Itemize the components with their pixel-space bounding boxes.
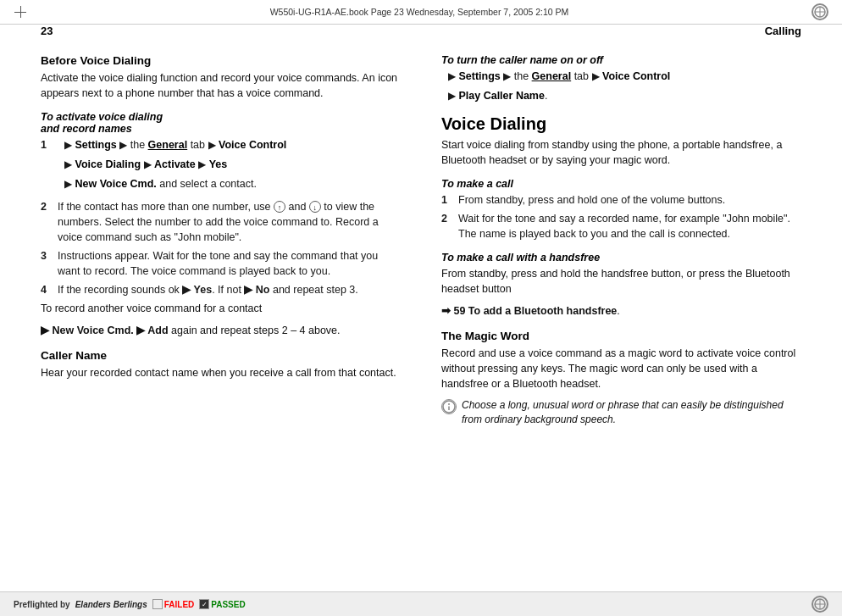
handsfree-body: From standby, press and hold the handsfr… (441, 266, 801, 297)
magic-word-title: The Magic Word (441, 330, 801, 342)
step-1-content: ▶ Settings ▶ the General tab ▶ Voice Con… (58, 137, 401, 195)
svg-point-4 (448, 403, 450, 405)
company-logo: Elanders Berlings (75, 600, 147, 609)
caller-name-body: Hear your recorded contact name when you… (41, 365, 401, 380)
before-voice-dialing-title: Before Voice Dialing (41, 54, 401, 67)
turn-caller-nav1: ▶ Settings ▶ the General tab ▶ Voice Con… (441, 69, 801, 85)
tip-row: Choose a long, unusual word or phrase th… (441, 398, 801, 434)
header-row: 23 Calling (0, 25, 842, 41)
activate-voice-dialing-heading: To activate voice dialing and record nam… (41, 111, 401, 135)
before-voice-dialing-section: Before Voice Dialing Activate the voice … (41, 54, 401, 101)
passed-checkbox: ✓ (199, 599, 209, 609)
corner-decoration-bottom-right (812, 596, 828, 613)
step-2-num: 2 (41, 199, 53, 245)
make-call-step-2-num: 2 (441, 211, 453, 241)
before-voice-dialing-body: Activate the voice dialing function and … (41, 70, 401, 101)
right-column: To turn the caller name on or off ▶ Sett… (421, 54, 842, 585)
voice-dialing-body: Start voice dialing from standby using t… (441, 137, 801, 168)
activate-voice-dialing-section: To activate voice dialing and record nam… (41, 111, 401, 338)
tip-text: Choose a long, unusual word or phrase th… (462, 398, 801, 427)
handsfree-section: To make a call with a handsfree From sta… (441, 252, 801, 319)
failed-badge: FAILED (152, 599, 195, 609)
preflighted-label: Preflighted by (14, 600, 70, 609)
step-4-num: 4 (41, 282, 53, 297)
turn-caller-name-section: To turn the caller name on or off ▶ Sett… (441, 54, 801, 104)
make-call-heading: To make a call (441, 178, 801, 190)
step-4: 4 If the recording sounds ok ▶ Yes. If n… (41, 282, 401, 297)
book-info: W550i-UG-R1A-AE.book Page 23 Wednesday, … (270, 7, 569, 17)
nav-down-icon: ↓ (309, 201, 321, 213)
corner-decoration-right (812, 3, 828, 20)
make-call-section: To make a call 1 From standby, press and… (441, 178, 801, 241)
page-container: W550i-UG-R1A-AE.book Page 23 Wednesday, … (0, 0, 842, 616)
step-1-num: 1 (41, 137, 53, 195)
voice-dialing-title: Voice Dialing (441, 114, 801, 134)
tip-icon (441, 399, 457, 414)
magic-word-section: The Magic Word Record and use a voice co… (441, 330, 801, 434)
bottom-bar-right (812, 596, 828, 613)
left-column: Before Voice Dialing Activate the voice … (0, 54, 421, 585)
top-bar-left (14, 5, 27, 19)
step-1-nav1: ▶ Settings ▶ the General tab ▶ Voice Con… (58, 137, 401, 153)
main-content: Before Voice Dialing Activate the voice … (0, 41, 842, 591)
make-call-step-2-text: Wait for the tone and say a recorded nam… (458, 211, 801, 241)
section-heading: Calling (765, 25, 842, 41)
step-3-content: Instructions appear. Wait for the tone a… (58, 248, 401, 279)
bottom-bar: Preflighted by Elanders Berlings FAILED … (0, 591, 842, 616)
step-3-num: 3 (41, 248, 53, 279)
step-2-content: If the contact has more than one number,… (58, 199, 401, 245)
crosshair-icon-left (14, 5, 27, 19)
make-call-step-1-num: 1 (441, 192, 453, 208)
voice-dialing-section: Voice Dialing Start voice dialing from s… (441, 114, 801, 168)
make-call-step-1: 1 From standby, press and hold one of th… (441, 192, 801, 208)
step-1: 1 ▶ Settings ▶ the General tab ▶ Voice C… (41, 137, 401, 195)
step-3: 3 Instructions appear. Wait for the tone… (41, 248, 401, 279)
nav-up-icon: ↑ (274, 201, 285, 213)
step-4-content: If the recording sounds ok ▶ Yes. If not… (58, 282, 401, 297)
make-call-step-1-text: From standby, press and hold one of the … (458, 192, 801, 208)
to-record-another-nav: ▶ New Voice Cmd. ▶ Add again and repeat … (41, 323, 401, 338)
top-bar: W550i-UG-R1A-AE.book Page 23 Wednesday, … (0, 0, 842, 25)
to-record-another-text: To record another voice command for a co… (41, 301, 401, 316)
passed-badge: ✓ PASSED (199, 599, 245, 609)
handsfree-heading: To make a call with a handsfree (441, 252, 801, 264)
step-1-nav2: ▶ Voice Dialing ▶ Activate ▶ Yes (58, 157, 401, 173)
turn-caller-nav2: ▶ Play Caller Name. (441, 88, 801, 104)
bottom-bar-left: Preflighted by Elanders Berlings FAILED … (14, 599, 246, 609)
step-2: 2 If the contact has more than one numbe… (41, 199, 401, 245)
caller-name-title: Caller Name (41, 349, 401, 362)
turn-caller-name-heading: To turn the caller name on or off (441, 54, 801, 66)
failed-checkbox (152, 599, 163, 609)
page-number: 23 (0, 25, 53, 41)
make-call-step-2: 2 Wait for the tone and say a recorded n… (441, 211, 801, 241)
handsfree-link: ➡ 59 To add a Bluetooth handsfree. (441, 303, 801, 319)
magic-word-body: Record and use a voice command as a magi… (441, 346, 801, 391)
step-1-nav3: ▶ New Voice Cmd. and select a contact. (58, 176, 401, 192)
caller-name-section: Caller Name Hear your recorded contact n… (41, 349, 401, 380)
